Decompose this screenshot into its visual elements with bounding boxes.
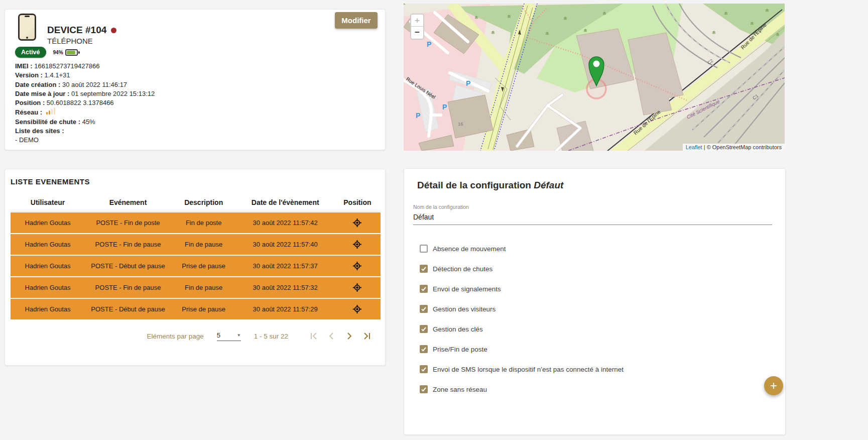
events-table-header: Utilisateur Evénement Description Date d… xyxy=(11,193,381,211)
config-option[interactable]: Envoi de signalements xyxy=(420,283,785,294)
config-option-label: Détection de chutes xyxy=(433,265,492,273)
checkbox-icon[interactable] xyxy=(420,265,428,273)
battery-percent: 94% xyxy=(53,50,63,55)
cell-user: Hadrien Goutas xyxy=(11,284,85,291)
position-crosshair-icon[interactable] xyxy=(334,240,381,249)
table-row[interactable]: Hadrien Goutas POSTE - Fin de pause Fin … xyxy=(11,277,381,298)
info-value: 1.4.1+31 xyxy=(45,71,70,79)
config-option[interactable]: Zone sans réseau xyxy=(420,384,785,395)
device-info-line: Date mise à jour : 01 septembre 2022 15:… xyxy=(15,89,155,98)
events-card: LISTE EVENEMENTS Utilisateur Evénement D… xyxy=(5,169,386,366)
checkbox-icon[interactable] xyxy=(420,305,428,313)
edit-button[interactable]: Modifier xyxy=(335,12,378,29)
cell-event: POSTE - Début de pause xyxy=(85,262,171,270)
config-option[interactable]: Détection de chutes xyxy=(420,263,785,274)
info-value: 166185273719427866 xyxy=(34,62,99,70)
chevron-down-icon: ▼ xyxy=(237,333,241,338)
zoom-out-button[interactable]: − xyxy=(411,27,423,39)
parking-icon: P xyxy=(427,40,431,48)
device-info-line: Sensibilité de chute : 45% xyxy=(15,118,155,127)
map[interactable]: Rue Louis Néel Rue de l'Épine Rue de l'É… xyxy=(404,4,785,151)
config-option-label: Gestion des clés xyxy=(433,325,483,333)
config-option[interactable]: Prise/Fin de poste xyxy=(420,344,785,355)
checkbox-icon[interactable] xyxy=(420,285,428,293)
config-option-label: Envoi de signalements xyxy=(433,285,501,293)
config-option[interactable]: Absence de mouvement xyxy=(420,243,785,254)
events-table-body: Hadrien Goutas POSTE - Fin de poste Fin … xyxy=(11,212,381,320)
cell-event: POSTE - Début de pause xyxy=(85,305,171,313)
cell-date: 30 août 2022 11:57:40 xyxy=(236,241,334,248)
device-info-line: Date création : 30 août 2022 11:46:17 xyxy=(15,80,155,89)
last-page-icon[interactable] xyxy=(362,331,373,341)
config-option[interactable]: Gestion des clés xyxy=(420,323,785,335)
position-crosshair-icon[interactable] xyxy=(334,304,381,314)
cell-event: POSTE - Fin de pause xyxy=(85,284,171,291)
config-option-label: Zone sans réseau xyxy=(433,386,487,393)
info-label: IMEI : xyxy=(15,62,33,70)
configuration-name-label: Nom de la configuration xyxy=(413,204,785,210)
info-value: 50.6018822 3.1378466 xyxy=(47,99,114,106)
configuration-options-list: Absence de mouvement Détection de chutes… xyxy=(420,243,785,395)
checkbox-icon[interactable] xyxy=(420,345,428,353)
col-header-user: Utilisateur xyxy=(11,198,85,206)
zoom-in-button[interactable]: + xyxy=(411,15,423,27)
device-title-text: DEVICE #104 xyxy=(47,25,106,35)
device-card: DEVICE #104 TÉLÉPHONE Modifier Activé 94… xyxy=(5,9,386,150)
checkbox-icon[interactable] xyxy=(420,325,428,333)
status-badge: Activé xyxy=(15,47,46,58)
configuration-title: Détail de la configuration Défaut xyxy=(417,180,785,191)
config-option[interactable]: Gestion des visiteurs xyxy=(420,303,785,314)
cell-description: Fin de pause xyxy=(171,284,236,291)
config-option-label: Envoi de SMS lorsque le dispositif n'est… xyxy=(433,366,624,373)
info-label: Position : xyxy=(15,99,45,106)
events-table: Utilisateur Evénement Description Date d… xyxy=(11,193,381,319)
config-option-label: Gestion des visiteurs xyxy=(433,305,495,313)
cell-description: Fin de poste xyxy=(171,219,236,227)
signal-bars-icon xyxy=(46,107,56,115)
config-option[interactable]: Envoi de SMS lorsque le dispositif n'est… xyxy=(420,364,785,375)
info-label: Liste des sites : xyxy=(15,127,64,135)
position-crosshair-icon[interactable] xyxy=(334,283,381,292)
cell-date: 30 août 2022 11:57:42 xyxy=(236,219,334,227)
table-row[interactable]: Hadrien Goutas POSTE - Fin de pause Fin … xyxy=(11,234,381,255)
table-row[interactable]: Hadrien Goutas POSTE - Fin de poste Fin … xyxy=(11,212,381,234)
info-label: Date création : xyxy=(15,81,60,88)
checkbox-icon[interactable] xyxy=(420,365,428,373)
add-button[interactable]: + xyxy=(764,376,783,395)
position-crosshair-icon[interactable] xyxy=(334,218,381,228)
info-label: Date mise à jour : xyxy=(15,90,69,97)
position-crosshair-icon[interactable] xyxy=(334,261,381,271)
map-tiles: Rue Louis Néel Rue de l'Épine Rue de l'É… xyxy=(404,4,785,151)
parking-icon: P xyxy=(466,79,470,87)
cell-event: POSTE - Fin de poste xyxy=(85,219,171,227)
cell-user: Hadrien Goutas xyxy=(11,241,85,248)
configuration-name-input[interactable]: Défaut xyxy=(413,213,772,225)
table-row[interactable]: Hadrien Goutas POSTE - Début de pause Pr… xyxy=(11,256,381,277)
device-info-line: - DEMO xyxy=(15,136,155,145)
status-dot-icon xyxy=(111,28,116,33)
pagination-bar: Eléments par page 5 ▼ 1 - 5 sur 22 xyxy=(11,331,381,341)
device-info-line: IMEI : 166185273719427866 xyxy=(15,62,155,71)
previous-page-icon[interactable] xyxy=(326,331,336,341)
battery-icon xyxy=(65,49,78,56)
leaflet-link[interactable]: Leaflet xyxy=(686,144,702,150)
cell-description: Prise de pause xyxy=(171,262,236,270)
col-header-event: Evénement xyxy=(85,198,171,206)
checkbox-icon[interactable] xyxy=(420,385,428,393)
configuration-name: Défaut xyxy=(534,180,563,190)
checkbox-icon[interactable] xyxy=(420,245,428,253)
next-page-icon[interactable] xyxy=(344,331,354,341)
items-per-page-select[interactable]: 5 ▼ xyxy=(217,332,241,341)
info-label: Réseau : xyxy=(15,108,42,116)
cell-description: Fin de pause xyxy=(171,241,236,248)
table-row[interactable]: Hadrien Goutas POSTE - Début de pause Pr… xyxy=(11,299,381,320)
first-page-icon[interactable] xyxy=(308,331,318,341)
device-info-line: Position : 50.6018822 3.1378466 xyxy=(15,98,155,107)
config-option-label: Prise/Fin de poste xyxy=(433,346,487,353)
phone-icon xyxy=(18,14,36,41)
configuration-panel: Détail de la configuration Défaut Nom de… xyxy=(404,168,786,435)
parking-icon: P xyxy=(442,103,447,111)
parking-icon: P xyxy=(416,112,420,120)
configuration-title-prefix: Détail de la configuration xyxy=(417,180,534,190)
osm-attribution: © OpenStreetMap contributors xyxy=(707,144,782,150)
